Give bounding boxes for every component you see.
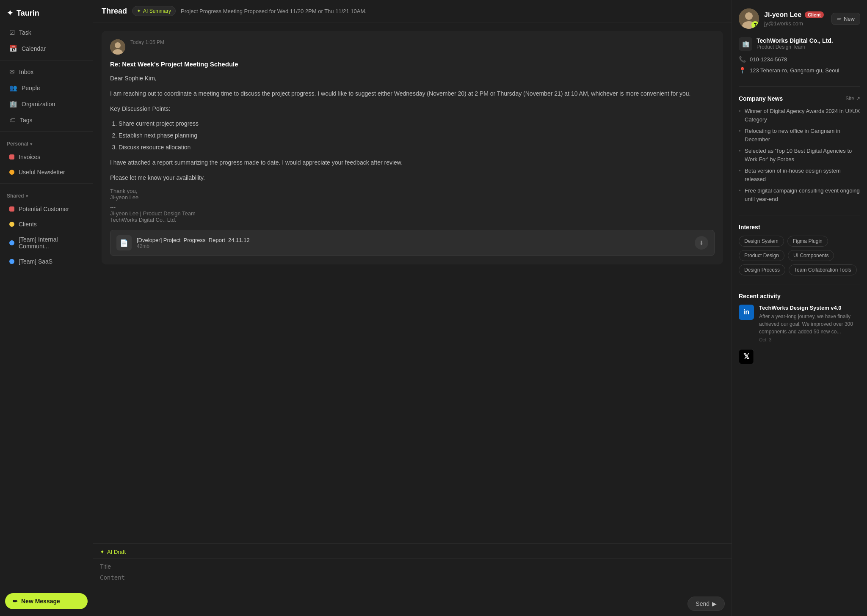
- pencil-icon: ✏: [837, 16, 842, 22]
- ai-draft-icon: ✦: [100, 549, 105, 555]
- thread-title: Thread: [102, 7, 127, 16]
- reply-box: ✦ AI Draft Send ▶: [93, 543, 732, 616]
- sidebar: ✦ Taurin ☑ Task 📅 Calendar ✉ Inbox 👥 Peo…: [0, 0, 93, 616]
- reply-title-input[interactable]: [93, 559, 732, 572]
- personal-section-label[interactable]: Personal ▾: [0, 135, 93, 149]
- email-body-3: Please let me know your availability.: [110, 173, 715, 183]
- tags-icon: 🏷: [9, 116, 16, 124]
- twitter-icon: 𝕏: [739, 349, 754, 364]
- ai-star-icon: ✦: [137, 8, 141, 14]
- list-item: Beta version of in-house design system r…: [739, 167, 860, 183]
- new-message-button[interactable]: ✏ New Message: [5, 593, 88, 609]
- location-icon: 📍: [739, 67, 746, 74]
- interest-tag: Product Design: [739, 250, 784, 261]
- app-logo: ✦ Taurin: [0, 0, 93, 25]
- address-text: 123 Teheran-ro, Gangnam-gu, Seoul: [750, 67, 839, 74]
- email-key-points-list: Share current project progress Establish…: [110, 119, 715, 152]
- thread-header: Thread ✦ AI Summary Project Progress Mee…: [93, 0, 732, 22]
- ai-summary-badge[interactable]: ✦ AI Summary: [132, 6, 176, 16]
- email-body-1: I am reaching out to coordinate a meetin…: [110, 89, 715, 99]
- chevron-down-icon: ▾: [26, 194, 28, 198]
- sidebar-item-task[interactable]: ☑ Task: [3, 25, 90, 40]
- sidebar-item-label: People: [22, 85, 40, 91]
- company-news-header: Company News Site ↗: [739, 95, 860, 102]
- list-item: Winner of Digital Agency Awards 2024 in …: [739, 107, 860, 124]
- email-card: Today 1:05 PM Re: Next Week's Project Me…: [102, 31, 723, 264]
- chevron-down-icon: ▾: [30, 142, 32, 146]
- company-building-icon: 🏢: [739, 37, 752, 51]
- interest-section: Interest Design System Figma Plugin Prod…: [739, 224, 860, 284]
- attachment-download-button[interactable]: ⬇: [695, 236, 708, 250]
- svg-point-4: [745, 12, 753, 20]
- contact-name-row: Ji-yeon Lee Client: [764, 11, 824, 19]
- sidebar-item-calendar[interactable]: 📅 Calendar: [3, 41, 90, 56]
- new-contact-button[interactable]: ✏ New: [831, 13, 860, 25]
- sidebar-item-invoices[interactable]: Invoices: [3, 150, 90, 164]
- list-item: Free digital campaign consulting event o…: [739, 187, 860, 203]
- sidebar-item-clients[interactable]: Clients: [3, 217, 90, 231]
- list-item: Share current project progress: [119, 119, 715, 129]
- contact-header: T Ji-yeon Lee Client jy@1works.com ✏ New: [739, 8, 860, 29]
- activity-item-linkedin: in TechWorks Design System v4.0 After a …: [739, 305, 860, 342]
- sidebar-item-label: Tags: [20, 117, 33, 124]
- org-icon: 🏢: [9, 100, 17, 108]
- sidebar-item-newsletter[interactable]: Useful Newsletter: [3, 165, 90, 179]
- email-greeting: Dear Sophie Kim,: [110, 74, 715, 84]
- sidebar-item-organization[interactable]: 🏢 Organization: [3, 96, 90, 112]
- people-icon: 👥: [9, 84, 17, 92]
- activity-date: Oct. 3: [759, 337, 860, 342]
- phone-row: 📞 010-1234-5678: [739, 56, 860, 63]
- site-link[interactable]: Site ↗: [845, 96, 860, 102]
- invoices-dot: [9, 154, 14, 160]
- send-icon: ▶: [712, 600, 717, 607]
- newsletter-dot: [9, 170, 14, 175]
- attachment-size: 42mb: [137, 243, 690, 249]
- company-news-section: Company News Site ↗ Winner of Digital Ag…: [739, 95, 860, 215]
- sidebar-item-people[interactable]: 👥 People: [3, 80, 90, 96]
- calendar-icon: 📅: [9, 45, 17, 52]
- ai-draft-label: AI Draft: [107, 549, 126, 555]
- inbox-icon: ✉: [9, 68, 15, 76]
- activity-text: After a year-long journey, we have final…: [759, 313, 860, 336]
- sidebar-item-team-internal[interactable]: [Team] Internal Communi...: [3, 232, 90, 253]
- list-item: Establish next phase planning: [119, 131, 715, 141]
- avatar: [110, 39, 125, 55]
- email-timestamp-area: Today 1:05 PM: [130, 39, 164, 47]
- list-item: Selected as 'Top 10 Best Digital Agencie…: [739, 147, 860, 163]
- company-info-row: 🏢 TechWorks Digital Co., Ltd. Product De…: [739, 37, 860, 51]
- reply-content-input[interactable]: [93, 572, 732, 592]
- email-signature: Thank you, Ji-yeon Lee --- Ji-yeon Lee |…: [110, 188, 715, 223]
- contact-email: jy@1works.com: [764, 20, 824, 27]
- sidebar-item-label: Calendar: [22, 45, 46, 52]
- right-panel: T Ji-yeon Lee Client jy@1works.com ✏ New…: [732, 0, 867, 616]
- phone-icon: 📞: [739, 56, 746, 63]
- interest-tag: UI Components: [788, 250, 834, 261]
- recent-activity-section: Recent activity in TechWorks Design Syst…: [739, 293, 860, 380]
- sidebar-item-inbox[interactable]: ✉ Inbox: [3, 64, 90, 80]
- sidebar-item-team-saas[interactable]: [Team] SaaS: [3, 254, 90, 269]
- activity-content: TechWorks Design System v4.0 After a yea…: [759, 305, 860, 342]
- interest-tag: Team Collaboration Tools: [789, 264, 857, 275]
- sidebar-item-label: Task: [19, 29, 31, 36]
- team-saas-dot: [9, 259, 14, 264]
- send-button[interactable]: Send ▶: [688, 597, 725, 611]
- attachment-file-icon: 📄: [116, 235, 132, 250]
- sidebar-item-potential-customer[interactable]: Potential Customer: [3, 202, 90, 216]
- shared-section-label[interactable]: Shared ▾: [0, 187, 93, 201]
- main-content: Thread ✦ AI Summary Project Progress Mee…: [93, 0, 732, 616]
- team-internal-dot: [9, 240, 14, 245]
- contact-avatar: T: [739, 8, 759, 29]
- sidebar-item-tags[interactable]: 🏷 Tags: [3, 113, 90, 127]
- email-body-2: I have attached a report summarizing the…: [110, 158, 715, 168]
- company-details: TechWorks Digital Co., Ltd. Product Desi…: [757, 37, 833, 50]
- linkedin-icon: in: [739, 305, 754, 320]
- task-icon: ☑: [9, 29, 15, 36]
- company-name: TechWorks Digital Co., Ltd.: [757, 37, 833, 44]
- phone-number: 010-1234-5678: [750, 56, 787, 63]
- sidebar-item-label: Inbox: [19, 69, 33, 75]
- contact-name-area: Ji-yeon Lee Client jy@1works.com: [764, 11, 824, 27]
- company-section: 🏢 TechWorks Digital Co., Ltd. Product De…: [739, 37, 860, 87]
- clients-dot: [9, 222, 14, 227]
- activity-content: [759, 349, 860, 364]
- email-key-points-label: Key Discussion Points:: [110, 104, 715, 114]
